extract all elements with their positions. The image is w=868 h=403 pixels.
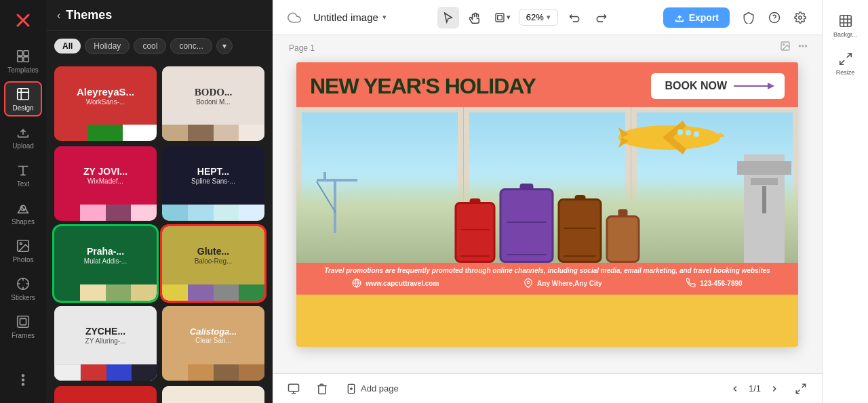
- right-panel: Backgr... Resize: [822, 0, 868, 403]
- theme-swatches: [162, 364, 264, 381]
- theme-card-chin[interactable]: Chin...: [162, 386, 264, 403]
- doc-title-button[interactable]: Untitled image ▾: [313, 12, 387, 23]
- svg-rect-4: [18, 88, 29, 100]
- bottom-display-icon[interactable]: [283, 379, 304, 399]
- theme-card-subtitle: Spline Sans-...: [191, 177, 235, 185]
- main-area: Untitled image ▾: [273, 0, 822, 403]
- fullscreen-icon[interactable]: [791, 379, 811, 399]
- theme-card-subtitle: WorkSans-...: [86, 98, 125, 106]
- svg-line-30: [317, 182, 336, 213]
- theme-swatches: [162, 125, 264, 141]
- svg-point-26: [677, 129, 683, 135]
- canvas-top-icons: [780, 41, 808, 51]
- svg-point-21: [802, 45, 804, 47]
- svg-point-24: [694, 131, 699, 137]
- theme-card-hept[interactable]: HEPT... Spline Sans-...: [162, 146, 264, 221]
- sidebar-item-text[interactable]: Text: [4, 157, 42, 192]
- sidebar-item-stickers[interactable]: Stickers: [4, 271, 42, 306]
- theme-card-subtitle: Clear San...: [195, 337, 231, 344]
- theme-card-zyl[interactable]: ZYL...: [54, 386, 157, 403]
- theme-card-zyjovi[interactable]: ZY JOVI... WixMadef...: [54, 146, 157, 221]
- page-label: Page 1: [289, 43, 315, 53]
- svg-rect-27: [334, 179, 336, 233]
- theme-card-subtitle: WixMadef...: [87, 177, 123, 185]
- shield-icon-btn[interactable]: [738, 7, 760, 28]
- svg-point-20: [799, 45, 800, 47]
- themes-header: ‹ Themes: [46, 0, 273, 31]
- filter-more-button[interactable]: ▾: [216, 38, 233, 54]
- theme-swatches: [54, 125, 157, 141]
- top-toolbar: Untitled image ▾: [273, 0, 822, 35]
- luggage-group: [455, 188, 640, 263]
- svg-rect-0: [18, 50, 22, 55]
- toolbar-right-icons: [738, 7, 811, 28]
- svg-rect-33: [289, 384, 299, 391]
- sidebar-item-frames[interactable]: Frames: [4, 309, 42, 344]
- svg-rect-10: [20, 318, 26, 324]
- theme-card-calistoga[interactable]: Calistoga... Clear San...: [162, 306, 264, 381]
- sidebar-more-btn[interactable]: [4, 362, 42, 398]
- svg-rect-29: [323, 172, 326, 182]
- filter-holiday[interactable]: Holiday: [85, 38, 130, 54]
- zoom-control[interactable]: 62% ▾: [519, 9, 558, 26]
- theme-card-alegreya[interactable]: AleyreyaS... WorkSans-...: [54, 66, 157, 141]
- filter-concert[interactable]: conc...: [170, 38, 212, 54]
- svg-point-19: [783, 44, 785, 45]
- toolbar-tools: ▾ 62% ▾: [437, 7, 612, 28]
- select-tool-button[interactable]: [437, 7, 459, 28]
- next-page-button[interactable]: [766, 381, 783, 397]
- redo-button[interactable]: [591, 7, 612, 28]
- svg-point-7: [20, 242, 22, 245]
- doc-title-text: Untitled image: [313, 12, 378, 23]
- settings-icon-btn[interactable]: [789, 7, 811, 28]
- page-navigation: 1/1: [727, 381, 783, 397]
- hand-tool-button[interactable]: [465, 7, 486, 28]
- theme-card-praho[interactable]: Praha-... Mulat Addis-...: [54, 226, 157, 301]
- svg-rect-28: [317, 179, 357, 182]
- theme-swatches: [162, 284, 264, 301]
- filter-all[interactable]: All: [54, 39, 81, 54]
- sidebar-item-templates[interactable]: Templates: [4, 43, 42, 79]
- help-icon-btn[interactable]: [764, 7, 785, 28]
- theme-card-title: Praha-...: [87, 246, 124, 257]
- sidebar-item-shapes[interactable]: Shapes: [4, 195, 42, 230]
- theme-card-bodoni[interactable]: BODO... Bodoni M...: [162, 66, 264, 141]
- crane-graphic: [310, 165, 364, 236]
- cloud-save-icon: [283, 7, 305, 28]
- themes-grid: AleyreyaS... WorkSans-... BODO... Bodoni…: [46, 61, 273, 403]
- bottom-delete-icon[interactable]: [312, 379, 332, 399]
- background-panel-item[interactable]: Backgr...: [827, 8, 864, 43]
- svg-rect-37: [840, 16, 851, 27]
- svg-rect-2: [18, 56, 22, 61]
- theme-card-subtitle: Bodoni M...: [196, 98, 231, 106]
- svg-rect-3: [24, 56, 28, 61]
- sidebar-item-design[interactable]: Design: [4, 81, 42, 116]
- theme-card-zyche[interactable]: ZYCHE... ZY Alluring-...: [54, 306, 157, 381]
- sidebar-item-photos[interactable]: Photos: [4, 233, 42, 268]
- footer-info-row: www.capcuttravel.com Any Where,Any City …: [310, 278, 785, 288]
- theme-card-title: ZYCHE...: [85, 326, 125, 337]
- back-button[interactable]: ‹: [57, 9, 60, 22]
- svg-point-32: [527, 281, 530, 284]
- canvas-more-icon[interactable]: [797, 41, 808, 51]
- export-button[interactable]: Export: [663, 7, 730, 28]
- undo-button[interactable]: [564, 7, 585, 28]
- canvas-title: NEW YEAR'S HOLIDAY: [310, 74, 536, 99]
- resize-panel-item[interactable]: Resize: [827, 46, 864, 81]
- theme-card-title: HEPT...: [197, 166, 229, 177]
- sidebar-item-upload[interactable]: Upload: [4, 119, 42, 154]
- canvas-image-icon: [780, 41, 791, 51]
- theme-card-glute[interactable]: Glute... Baloo-Reg... ↗: [162, 226, 264, 301]
- footer-text: Travel promotions are frequently promote…: [310, 267, 785, 274]
- add-page-button[interactable]: Add page: [340, 381, 404, 397]
- prev-page-button[interactable]: [727, 381, 743, 397]
- canvas-header: NEW YEAR'S HOLIDAY BOOK NOW: [296, 62, 798, 107]
- theme-card-subtitle: Mulat Addis-...: [84, 257, 127, 265]
- frame-tool-button[interactable]: ▾: [492, 7, 513, 28]
- svg-point-12: [22, 379, 24, 381]
- filter-cool[interactable]: cool: [134, 38, 166, 54]
- app-logo: [4, 5, 42, 35]
- doc-title-chevron: ▾: [382, 13, 387, 22]
- theme-card-title: Calistoga...: [190, 326, 237, 337]
- filter-row: All Holiday cool conc... ▾: [46, 31, 273, 61]
